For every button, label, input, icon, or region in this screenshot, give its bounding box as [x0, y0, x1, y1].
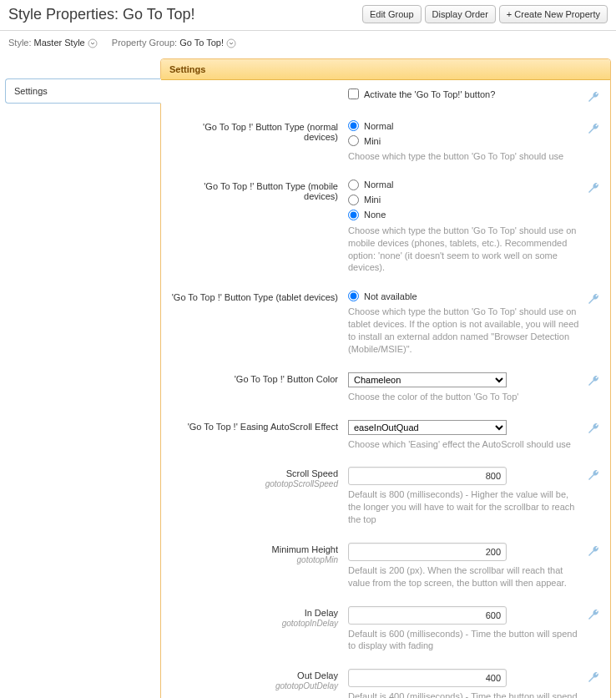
panel-title: Settings: [161, 59, 610, 80]
svg-point-0: [88, 39, 97, 48]
wrench-icon[interactable]: [587, 608, 600, 623]
minh-tech: gototopMin: [168, 555, 338, 564]
mobile-type-normal[interactable]: Normal: [348, 180, 580, 190]
hint-text: Default is 400 (milliseconds) - Time the…: [348, 690, 580, 698]
hint-text: Choose the color of the button 'Go To To…: [348, 391, 580, 403]
wrench-icon[interactable]: [587, 422, 600, 437]
color-label: 'Go To Top !' Button Color: [161, 372, 348, 384]
wrench-icon[interactable]: [587, 181, 600, 196]
wrench-icon[interactable]: [587, 122, 600, 137]
minh-label: Minimum Height: [272, 544, 338, 554]
normal-type-label: 'Go To Top !' Button Type (normal device…: [161, 120, 348, 142]
normal-type-normal[interactable]: Normal: [348, 120, 580, 131]
hint-text: Default is 800 (milliseconds) - Higher t…: [348, 488, 580, 526]
mobile-type-none[interactable]: None: [348, 210, 580, 220]
wrench-icon[interactable]: [587, 544, 600, 559]
style-label: Style:: [8, 38, 32, 48]
wrench-icon[interactable]: [587, 292, 600, 307]
hint-text: Default is 600 (milliseconds) - Time the…: [348, 628, 580, 653]
activate-checkbox[interactable]: [348, 89, 359, 99]
hint-text: Choose which type the button 'Go To Top'…: [348, 150, 580, 163]
indelay-label: In Delay: [305, 608, 338, 618]
tab-settings[interactable]: Settings: [5, 78, 161, 104]
tablet-type-label: 'Go To Top !' Button Type (tablet device…: [161, 291, 348, 302]
create-property-button[interactable]: + Create New Property: [499, 5, 608, 23]
tablet-type-na[interactable]: Not available: [348, 291, 580, 301]
hint-text: Choose which type the button 'Go To Top'…: [348, 225, 580, 274]
wrench-icon[interactable]: [587, 468, 600, 483]
hint-text: Choose which 'Easing' effect the AutoScr…: [348, 438, 580, 451]
breadcrumb: Style: Master Style Property Group: Go T…: [0, 31, 616, 58]
normal-type-mini[interactable]: Mini: [348, 135, 580, 146]
wrench-icon[interactable]: [587, 374, 600, 389]
activate-label: Activate the 'Go To Top!' button?: [364, 89, 495, 99]
mobile-type-mini[interactable]: Mini: [348, 195, 580, 205]
wrench-icon[interactable]: [587, 670, 600, 685]
page-title: Style Properties: Go To Top!: [8, 6, 359, 23]
outdelay-label: Out Delay: [297, 670, 338, 680]
svg-point-1: [227, 39, 235, 48]
minh-input[interactable]: [348, 543, 507, 561]
color-select[interactable]: Chameleon: [348, 372, 507, 387]
speed-tech: gototopScrollSpeed: [168, 479, 338, 488]
easing-select[interactable]: easeInOutQuad: [348, 420, 507, 435]
indelay-tech: gototopInDelay: [168, 619, 338, 628]
hint-text: Default is 200 (px). When the scrollbar …: [348, 564, 580, 589]
chevron-down-icon: [88, 38, 98, 48]
display-order-button[interactable]: Display Order: [425, 5, 496, 23]
chevron-down-icon: [226, 38, 236, 48]
activate-checkbox-row[interactable]: Activate the 'Go To Top!' button?: [348, 89, 580, 99]
speed-input[interactable]: [348, 467, 507, 485]
outdelay-tech: gototopOutDelay: [168, 681, 338, 690]
style-value[interactable]: Master Style: [34, 38, 100, 48]
group-label: Property Group:: [112, 38, 177, 48]
wrench-icon[interactable]: [587, 90, 600, 105]
mobile-type-label: 'Go To Top !' Button Type (mobile device…: [161, 180, 348, 201]
hint-text: Choose which type the button 'Go To Top'…: [348, 306, 580, 355]
group-value[interactable]: Go To Top!: [179, 38, 236, 48]
speed-label: Scroll Speed: [286, 468, 338, 478]
easing-label: 'Go To Top !' Easing AutoScroll Effect: [161, 420, 348, 432]
outdelay-input[interactable]: [348, 669, 507, 687]
edit-group-button[interactable]: Edit Group: [362, 5, 422, 23]
indelay-input[interactable]: [348, 606, 507, 625]
